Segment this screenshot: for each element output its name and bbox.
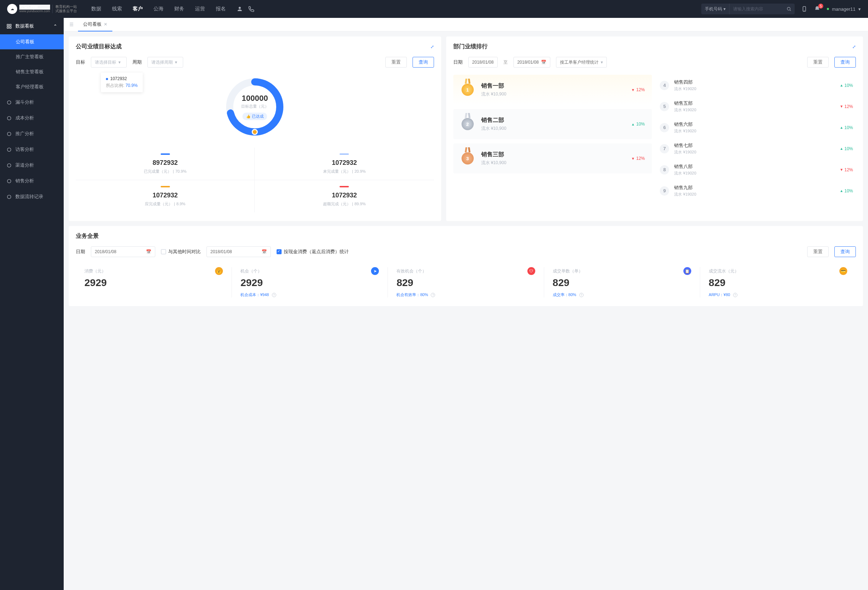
person-icon[interactable] xyxy=(236,6,243,12)
help-icon[interactable]: ? xyxy=(272,293,276,297)
nav-item-1[interactable]: 线索 xyxy=(112,6,122,12)
kpi-0: 消费（元）💰2929 xyxy=(76,267,232,297)
target-select[interactable]: 请选择目标 ▾ xyxy=(91,57,127,68)
kpi-icon: 💰 xyxy=(215,267,223,275)
sidebar-sub-0[interactable]: 公司看板 xyxy=(0,34,64,49)
target-label: 目标 xyxy=(76,59,85,65)
nav-item-0[interactable]: 数据 xyxy=(91,6,101,12)
kpi-icon: ➤ xyxy=(371,267,379,275)
nav-item-5[interactable]: 运营 xyxy=(195,6,205,12)
biz-card-title: 业务全景 xyxy=(76,232,99,240)
metric-value: 1072932 xyxy=(255,192,434,199)
biz-reset-button[interactable]: 重置 xyxy=(807,246,829,257)
nav-item-6[interactable]: 报名 xyxy=(216,6,226,12)
metric-2: 1072932应完成量（元）|8.9% xyxy=(76,180,255,212)
brand-sub2: 式服务云平台 xyxy=(55,9,77,13)
sidebar-item-1[interactable]: 成本分析 xyxy=(0,110,64,126)
sidebar-item-4[interactable]: 渠道分析 xyxy=(0,157,64,173)
user-menu[interactable]: manager11 ▾ xyxy=(827,6,861,12)
phone-icon[interactable] xyxy=(248,6,254,12)
rank-date-to[interactable]: 2018/01/08📅 xyxy=(514,57,550,68)
metric-desc: 未完成量（元）|20.9% xyxy=(255,169,434,174)
sidebar-sub-1[interactable]: 推广主管看板 xyxy=(0,49,64,64)
help-icon[interactable]: ? xyxy=(431,293,435,297)
rank-row-name: 销售九部 xyxy=(674,184,696,191)
sidebar-head-label: 数据看板 xyxy=(15,23,34,29)
rank-row-flow: 流水 ¥19020 xyxy=(674,128,696,134)
sidebar-item-2[interactable]: 推广分析 xyxy=(0,126,64,141)
mobile-icon[interactable] xyxy=(801,6,807,12)
tooltip-ratio-label: 所占比例: xyxy=(106,83,124,88)
biz-date1-input[interactable]: 2018/01/08 📅 xyxy=(91,246,155,257)
dot-icon xyxy=(106,78,108,80)
rank-top-2[interactable]: 2销售二部流水 ¥10,900▲10% xyxy=(453,109,652,139)
sidebar-sub-3[interactable]: 客户经理看板 xyxy=(0,79,64,94)
rank-pct: ▲10% xyxy=(631,122,645,127)
metric-desc: 已完成量（元）|70.9% xyxy=(76,169,254,174)
rank-top-1[interactable]: 1销售一部流水 ¥10,900▼12% xyxy=(453,75,652,105)
rank-groupby-select[interactable]: 按工单客户经理统计 ▾ xyxy=(556,57,607,68)
rank-row-9[interactable]: 9销售九部流水 ¥19020▲10% xyxy=(657,180,856,201)
arrow-down-icon: ▼ xyxy=(631,157,635,160)
search-bar: 手机号码 ▾ xyxy=(701,4,795,14)
help-icon[interactable]: ? xyxy=(733,293,737,297)
sidebar-head-dashboard[interactable]: 数据看板 ⌃ xyxy=(0,18,64,34)
rank-flow: 流水 ¥10,900 xyxy=(481,160,506,166)
kpi-label: 机会（个） xyxy=(241,268,262,274)
tab-label: 公司看板 xyxy=(83,21,102,28)
rank-top-3[interactable]: 3销售三部流水 ¥10,900▼12% xyxy=(453,143,652,174)
kpi-4: 成交流水（元）💳829ARPU：¥80? xyxy=(700,267,856,297)
logo[interactable]: ☁ 云朵CRM www.yunduocrm.com 教育机构一站 式服务云平台 xyxy=(7,4,77,14)
close-icon[interactable]: ✕ xyxy=(104,22,107,27)
goal-query-button[interactable]: 查询 xyxy=(413,57,434,68)
kpi-foot: 机会成本：¥948? xyxy=(241,292,379,297)
rank-query-button[interactable]: 查询 xyxy=(834,57,856,68)
chart-icon xyxy=(6,131,12,137)
sidebar-item-5[interactable]: 销售分析 xyxy=(0,173,64,189)
expand-icon[interactable]: ⤢ xyxy=(852,44,856,49)
rank-row-5[interactable]: 5销售五部流水 ¥19020▼12% xyxy=(657,96,856,117)
collapse-sidebar-button[interactable]: ☰ xyxy=(68,21,75,29)
rank-row-name: 销售八部 xyxy=(674,163,696,170)
svg-rect-4 xyxy=(7,24,9,25)
list-icon xyxy=(6,194,12,200)
rank-row-4[interactable]: 4销售四部流水 ¥19020▲10% xyxy=(657,75,856,96)
brand-name: 云朵CRM xyxy=(19,4,50,9)
biz-date2-input[interactable]: 2018/01/08 📅 xyxy=(207,246,271,257)
rank-num: 6 xyxy=(660,123,669,132)
search-type-select[interactable]: 手机号码 ▾ xyxy=(701,4,729,14)
svg-point-0 xyxy=(239,7,241,9)
svg-point-12 xyxy=(7,163,11,167)
rank-reset-button[interactable]: 重置 xyxy=(807,57,829,68)
nav-item-4[interactable]: 财务 xyxy=(174,6,184,12)
rank-date-from[interactable]: 2018/01/08 xyxy=(468,57,498,68)
goal-reset-button[interactable]: 重置 xyxy=(385,57,407,68)
rank-row-6[interactable]: 6销售六部流水 ¥19020▲10% xyxy=(657,117,856,138)
kpi-foot: 机会有效率：80%? xyxy=(396,292,535,297)
notif-badge: 5 xyxy=(818,4,823,9)
svg-point-13 xyxy=(7,179,11,183)
nav-item-2[interactable]: 客户 xyxy=(133,6,143,12)
nav-item-3[interactable]: 公海 xyxy=(154,6,164,12)
svg-point-9 xyxy=(7,116,11,120)
rank-row-8[interactable]: 8销售八部流水 ¥19020▼12% xyxy=(657,159,856,180)
tab-company-board[interactable]: 公司看板 ✕ xyxy=(78,18,112,31)
help-icon[interactable]: ? xyxy=(579,293,583,297)
rank-row-name: 销售五部 xyxy=(674,100,696,107)
search-button[interactable] xyxy=(783,4,795,14)
cash-checkbox[interactable]: 按现金消费（返点后消费）统计 xyxy=(276,249,349,255)
bell-icon[interactable]: 5 xyxy=(814,6,821,12)
sidebar-item-3[interactable]: 访客分析 xyxy=(0,141,64,157)
goal-card-title: 公司业绩目标达成 xyxy=(76,43,122,50)
period-select[interactable]: 请选择周期 ▾ xyxy=(148,57,183,68)
search-input[interactable] xyxy=(729,6,783,12)
sidebar-item-0[interactable]: 漏斗分析 xyxy=(0,94,64,110)
medal-gold-icon: 1 xyxy=(461,81,475,99)
sidebar-item-6[interactable]: 数据流转记录 xyxy=(0,189,64,205)
expand-icon[interactable]: ⤢ xyxy=(430,44,434,49)
rank-row-7[interactable]: 7销售七部流水 ¥19020▲10% xyxy=(657,138,856,159)
compare-checkbox[interactable]: 与其他时间对比 xyxy=(161,249,201,255)
biz-query-button[interactable]: 查询 xyxy=(834,246,856,257)
sidebar-sub-2[interactable]: 销售主管看板 xyxy=(0,64,64,79)
sidebar-item-label: 数据流转记录 xyxy=(15,193,43,200)
